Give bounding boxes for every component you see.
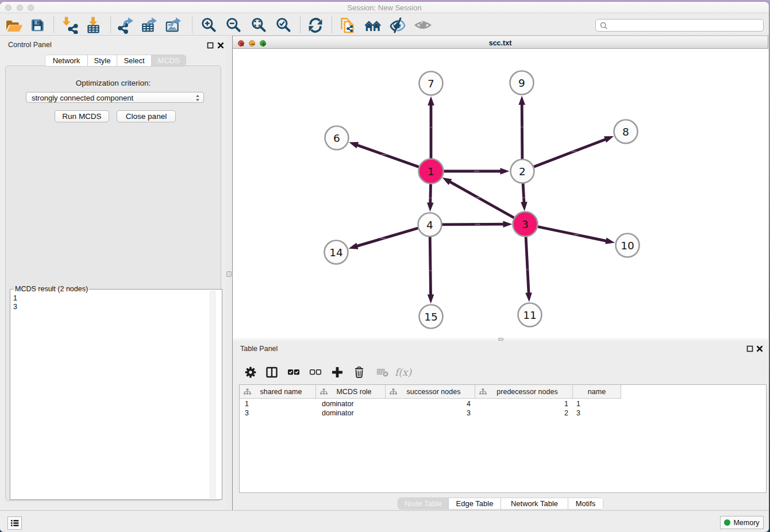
memory-label: Memory [733, 519, 759, 527]
table-cell[interactable]: 2 [475, 408, 573, 418]
column-header-shared-name[interactable]: shared name [240, 385, 316, 398]
control-panel-title: Control Panel [8, 41, 52, 49]
table-tab-network-table[interactable]: Network Table [501, 498, 568, 509]
graph-node-label: 11 [523, 309, 537, 321]
graph-edge-arrowhead [349, 142, 359, 148]
toolbar-separator [110, 16, 111, 33]
zoom-in-icon[interactable] [201, 17, 218, 34]
table-cell[interactable]: 1 [240, 399, 316, 408]
split-columns-icon[interactable] [265, 366, 278, 379]
graph-node-label: 6 [333, 132, 340, 144]
search-icon [600, 22, 608, 30]
table-toolbar: f(x) [233, 341, 769, 384]
close-panel-button[interactable] [217, 42, 224, 49]
control-panel: Control Panel NetworkStyleSelectMCDS Opt… [0, 36, 226, 510]
zoom-out-icon[interactable] [225, 17, 242, 34]
optimization-criterion-label: Optimization criterion: [6, 79, 221, 87]
vertical-splitter-handle[interactable] [226, 271, 232, 277]
search-field[interactable] [595, 19, 764, 32]
table-row[interactable]: 3dominator323 [240, 408, 621, 418]
export-table-icon[interactable] [140, 17, 157, 34]
select-none-icon[interactable] [309, 366, 322, 379]
delete-icon[interactable] [353, 366, 365, 379]
table-tab-node-table[interactable]: Node Table [398, 498, 449, 509]
run-mcds-button[interactable]: Run MCDS [55, 110, 109, 122]
graph-edge-label [380, 238, 386, 239]
tab-style[interactable]: Style [88, 55, 117, 66]
graph-edge[interactable] [522, 138, 610, 171]
app-window: Session: New Session [0, 2, 769, 532]
close-panel-button-2[interactable]: Close panel [117, 110, 176, 122]
select-arrows-icon [195, 94, 200, 102]
float-panel-button[interactable] [207, 42, 214, 49]
graph-edge-arrowhead [442, 178, 452, 185]
network-frame-titlebar[interactable]: scc.txt [233, 36, 768, 49]
save-session-icon[interactable] [29, 17, 46, 34]
open-session-icon[interactable] [6, 17, 23, 34]
home-layout-icon[interactable] [364, 17, 382, 34]
mcds-result-list[interactable]: 13 [13, 294, 17, 311]
graph-edge-arrowhead [428, 97, 434, 106]
add-column-icon[interactable] [331, 366, 344, 379]
graph-edge-arrowhead [525, 292, 532, 302]
import-table-icon[interactable] [84, 17, 102, 34]
graph-edge-label [526, 269, 529, 269]
memory-button[interactable]: Memory [720, 516, 764, 529]
toolbar-separator [332, 16, 332, 33]
tab-mcds[interactable]: MCDS [152, 55, 186, 66]
table-row[interactable]: 1dominator411 [240, 399, 621, 408]
task-history-button[interactable] [7, 516, 22, 530]
toolbar-separator [300, 16, 301, 33]
zoom-selected-icon[interactable] [275, 17, 292, 34]
graph-edge-label [521, 126, 523, 127]
table-cell[interactable]: dominator [316, 408, 386, 418]
graph-edge-arrowhead [521, 202, 528, 211]
graph-node-label: 1 [428, 165, 434, 178]
graph-edge-label [574, 234, 579, 236]
select-all-icon[interactable] [287, 366, 300, 379]
vertical-splitter[interactable] [226, 36, 233, 510]
tab-select[interactable]: Select [117, 55, 152, 66]
table-cell[interactable]: 1 [475, 399, 573, 408]
table-cell[interactable]: 4 [386, 399, 475, 408]
graph-edge-label [475, 224, 480, 225]
graph-edge-label [382, 154, 387, 155]
graph-edge-arrowhead [518, 95, 525, 105]
result-scrollbar[interactable] [210, 291, 215, 498]
table-cell[interactable]: 3 [386, 408, 475, 418]
network-canvas[interactable]: 1234678910111415 [233, 49, 768, 338]
hide-details-icon[interactable] [389, 17, 406, 34]
column-header-name[interactable]: name [573, 385, 621, 398]
graph-node-label: 15 [424, 311, 438, 323]
table-tab-motifs[interactable]: Motifs [568, 498, 603, 509]
column-header-predecessor-nodes[interactable]: predecessor nodes [475, 385, 573, 398]
table-cell[interactable]: dominator [316, 399, 386, 408]
delete-table-icon [376, 366, 389, 379]
clone-network-icon[interactable] [340, 17, 357, 34]
show-details-icon[interactable] [414, 17, 432, 34]
table-cell[interactable]: 3 [240, 408, 316, 418]
result-item[interactable]: 3 [13, 303, 17, 311]
graph-edge[interactable] [446, 180, 525, 224]
memory-status-icon [724, 519, 730, 526]
refresh-icon[interactable] [307, 17, 324, 34]
zoom-fit-icon[interactable] [251, 17, 268, 34]
criterion-select[interactable]: strongly connected component [26, 92, 204, 103]
column-header-MCDS-role[interactable]: MCDS role [316, 385, 386, 398]
export-network-icon[interactable] [117, 17, 134, 34]
main-toolbar [0, 13, 769, 36]
table-cell[interactable]: 3 [573, 408, 621, 418]
column-header-successor-nodes[interactable]: successor nodes [386, 385, 475, 398]
export-image-icon[interactable] [164, 17, 182, 34]
function-builder-button[interactable]: f(x) [395, 367, 411, 378]
result-item[interactable]: 1 [13, 294, 17, 303]
table-panel: Table Panel f(x) shared name MCDS [233, 341, 769, 508]
import-network-icon[interactable] [61, 17, 79, 34]
gear-icon[interactable] [244, 366, 257, 379]
graph-node-label: 7 [428, 78, 434, 90]
mcds-result-group: MCDS result (2 nodes) 13 [10, 289, 222, 500]
tab-network[interactable]: Network [45, 55, 88, 66]
search-input[interactable] [610, 20, 759, 30]
table-cell[interactable]: 1 [573, 399, 621, 408]
table-tab-edge-table[interactable]: Edge Table [449, 498, 501, 509]
